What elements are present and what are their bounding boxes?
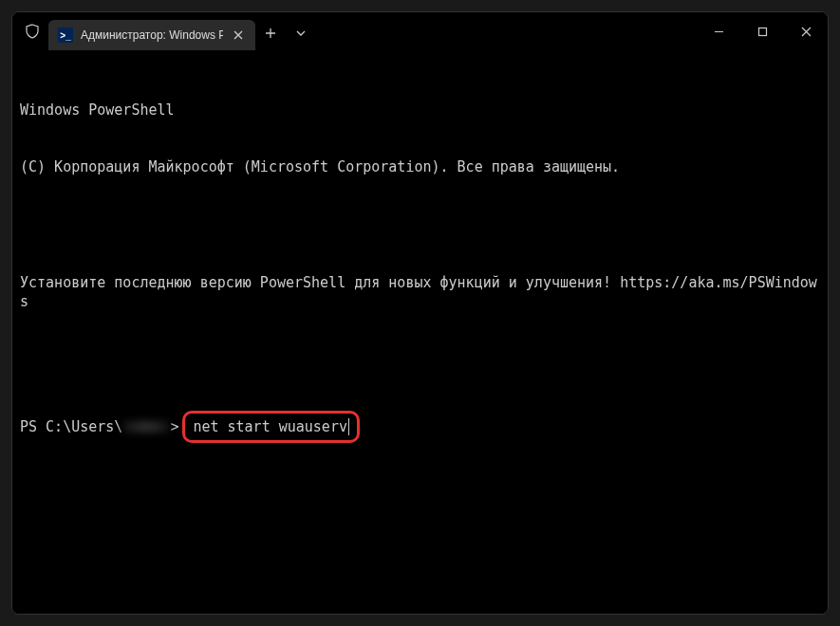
titlebar[interactable]: >_ Администратор: Windows Po xyxy=(12,12,828,50)
terminal-body[interactable]: Windows PowerShell (C) Корпорация Майкро… xyxy=(12,50,828,614)
svg-rect-0 xyxy=(758,28,766,35)
prompt-prefix: PS C:\Users\ xyxy=(20,417,122,436)
tab-title: Администратор: Windows Po xyxy=(81,28,223,42)
window-controls xyxy=(697,12,828,50)
prompt-suffix: > xyxy=(170,417,178,436)
output-line: (C) Корпорация Майкрософт (Microsoft Cor… xyxy=(20,157,820,176)
command-highlight: net start wuauserv xyxy=(182,411,360,443)
new-tab-button[interactable] xyxy=(255,18,286,48)
shield-icon xyxy=(24,23,41,40)
output-line: Windows PowerShell xyxy=(20,101,820,120)
terminal-window: >_ Администратор: Windows Po W xyxy=(11,11,829,615)
maximize-button[interactable] xyxy=(740,12,784,50)
prompt-line: PS C:\Users\> net start wuauserv xyxy=(20,411,820,443)
output-line: Установите последнюю версию PowerShell д… xyxy=(20,273,820,312)
tab-powershell[interactable]: >_ Администратор: Windows Po xyxy=(48,20,255,50)
output-blank xyxy=(20,350,820,369)
minimize-button[interactable] xyxy=(697,12,740,50)
powershell-icon: >_ xyxy=(58,28,73,43)
typed-command: net start wuauserv xyxy=(193,417,347,436)
cursor xyxy=(348,418,349,435)
output-blank xyxy=(20,215,820,234)
close-tab-button[interactable] xyxy=(229,26,248,45)
tab-dropdown-button[interactable] xyxy=(286,18,316,48)
redacted-username xyxy=(122,419,170,434)
close-window-button[interactable] xyxy=(784,12,828,50)
